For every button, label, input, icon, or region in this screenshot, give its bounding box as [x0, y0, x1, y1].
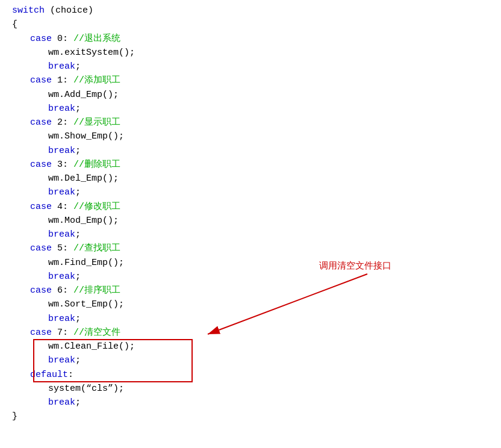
code-token: break [48, 396, 75, 409]
code-token: 7: [52, 326, 73, 340]
code-line: break; [12, 185, 501, 199]
code-line: break; [12, 144, 501, 158]
code-line: { [12, 17, 501, 31]
code-token: wm.Mod_Emp(); [48, 214, 119, 228]
code-token: //查找职工 [73, 241, 120, 255]
code-line: wm.Add_Emp(); [12, 88, 501, 102]
code-token: 4: [52, 200, 73, 214]
code-line: case 5: //查找职工 [12, 241, 501, 255]
code-line: default: [12, 368, 501, 382]
code-token: wm.exitSystem(); [48, 46, 135, 60]
code-token: case [30, 284, 52, 297]
code-line: break; [12, 60, 501, 73]
code-token: case [30, 116, 52, 129]
code-line: wm.exitSystem(); [12, 46, 501, 60]
code-line: case 3: //删除职工 [12, 158, 501, 172]
code-line: switch (choice) [12, 4, 501, 17]
code-token: case [30, 241, 52, 255]
code-token: ); [113, 382, 124, 396]
code-line: break; [12, 102, 501, 116]
code-token: : [68, 368, 73, 382]
code-block: switch (choice){case 0: //退出系统wm.exitSys… [0, 2, 501, 425]
code-token: //添加职工 [73, 73, 120, 87]
code-line: case 2: //显示职工 [12, 116, 501, 129]
code-token: break [48, 144, 75, 158]
code-token: 5: [52, 241, 73, 255]
code-token: case [30, 200, 52, 214]
code-token: case [30, 326, 52, 340]
code-line: wm.Sort_Emp(); [12, 297, 501, 311]
code-token: wm.Sort_Emp(); [48, 297, 124, 311]
code-token: //修改职工 [73, 200, 120, 214]
code-token: ; [75, 353, 81, 367]
code-token: break [48, 270, 75, 284]
code-token: case [30, 32, 52, 46]
code-line: case 0: //退出系统 [12, 32, 501, 46]
code-line: break; [12, 353, 501, 367]
code-token: 2: [52, 116, 73, 129]
code-token: break [48, 228, 75, 241]
code-token: system( [48, 382, 86, 396]
code-line: case 7: //清空文件 [12, 326, 501, 340]
code-line: break; [12, 312, 501, 326]
code-line: break; [12, 270, 501, 284]
code-token: ; [75, 270, 81, 284]
code-line: case 1: //添加职工 [12, 73, 501, 87]
code-token: //清空文件 [73, 326, 120, 340]
code-token: } [12, 409, 17, 423]
code-token: 3: [52, 158, 73, 172]
code-line: system(“cls”); [12, 382, 501, 396]
code-token: wm.Show_Emp(); [48, 129, 124, 143]
code-token: ; [75, 144, 81, 158]
code-token: 0: [52, 32, 73, 46]
code-token: ; [75, 396, 81, 409]
code-token: switch [12, 4, 45, 17]
code-token: //显示职工 [73, 116, 120, 129]
code-line: wm.Clean_File(); [12, 340, 501, 353]
code-token: “cls” [86, 382, 113, 396]
code-line: break; [12, 396, 501, 409]
code-token: case [30, 158, 52, 172]
code-token: case [30, 73, 52, 87]
code-token: ; [75, 102, 81, 116]
code-line: break; [12, 228, 501, 241]
code-line: } [12, 409, 501, 423]
code-token: wm.Add_Emp(); [48, 88, 119, 102]
code-token: break [48, 353, 75, 367]
code-line: wm.Mod_Emp(); [12, 214, 501, 228]
code-line: wm.Del_Emp(); [12, 172, 501, 185]
code-token: wm.Del_Emp(); [48, 172, 119, 185]
code-token: //删除职工 [73, 158, 120, 172]
code-token: //退出系统 [73, 32, 120, 46]
code-token: ; [75, 60, 81, 73]
code-line: wm.Show_Emp(); [12, 129, 501, 143]
code-token: 6: [52, 284, 73, 297]
code-line: case 4: //修改职工 [12, 200, 501, 214]
code-token: ; [75, 185, 81, 199]
code-token: { [12, 17, 17, 31]
code-token: break [48, 312, 75, 326]
code-token: break [48, 102, 75, 116]
code-token: (choice) [45, 4, 93, 17]
code-token: ; [75, 228, 81, 241]
annotation-label: 调用清空文件接口 [319, 259, 391, 273]
code-token: //排序职工 [73, 284, 120, 297]
code-token: wm.Find_Emp(); [48, 256, 124, 270]
code-token: break [48, 185, 75, 199]
code-token: default [30, 368, 68, 382]
code-token: wm.Clean_File(); [48, 340, 135, 353]
code-line: wm.Find_Emp(); [12, 256, 501, 270]
code-token: ; [75, 312, 81, 326]
code-token: 1: [52, 73, 73, 87]
code-token: break [48, 60, 75, 73]
code-line: case 6: //排序职工 [12, 284, 501, 297]
